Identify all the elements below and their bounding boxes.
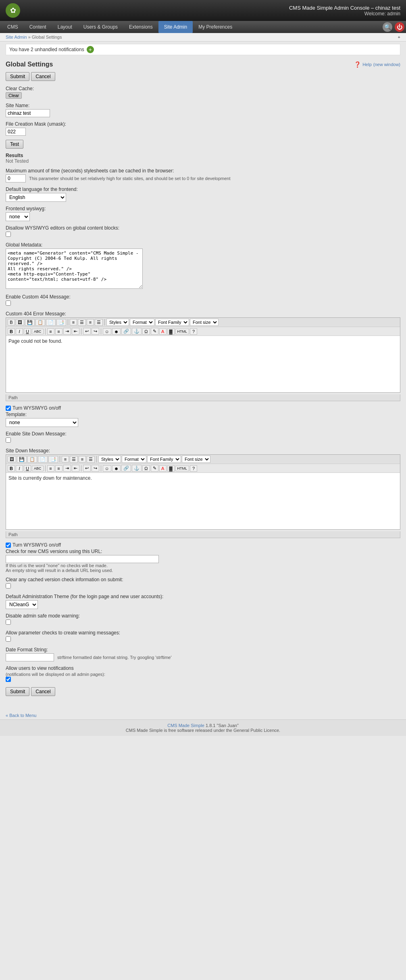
default-lang-select[interactable]: English French German Spanish [6, 193, 66, 202]
tb-undo-sd[interactable]: ↩ [83, 465, 91, 472]
admin-theme-select[interactable]: NCleanGrey Default [6, 600, 38, 609]
tb-redo-404[interactable]: ↪ [92, 328, 99, 335]
nav-content[interactable]: Content [24, 21, 52, 33]
date-format-input[interactable] [6, 653, 54, 661]
tb-save-sd[interactable]: 💾 [17, 456, 27, 463]
max-cache-input[interactable] [6, 174, 26, 182]
site-name-input[interactable] [6, 109, 50, 117]
tb-ar-sd[interactable]: ≡ [79, 456, 86, 462]
breadcrumb-site-admin[interactable]: Site Admin [6, 35, 27, 39]
tb-link-sd[interactable]: 🔗 [121, 465, 131, 472]
clear-version-checkbox[interactable] [6, 583, 11, 588]
wysiwyg-content-sitedown[interactable]: Site is currently down for maintenance. [6, 473, 400, 529]
fontfamily-select-404[interactable]: Font Family [155, 319, 189, 326]
cms-link[interactable]: CMS Made Simple [167, 723, 204, 728]
tb-u-sd[interactable]: U [24, 465, 31, 472]
back-to-menu-link[interactable]: « Back to Menu [6, 713, 406, 718]
tb-bg-sd[interactable]: ▓ [167, 465, 175, 472]
tb-special-sd[interactable]: Ω [142, 465, 150, 472]
help-link[interactable]: ❓ Help (new window) [354, 61, 400, 68]
tb-ac-sd[interactable]: ☰ [70, 456, 78, 463]
tb-abc-404[interactable]: ABC [32, 329, 44, 334]
tb-ul-404[interactable]: ≡ [47, 328, 54, 335]
nav-users-groups[interactable]: Users & Groups [78, 21, 123, 33]
allow-notifications-checkbox[interactable] [6, 677, 11, 682]
tb-bg-404[interactable]: ▓ [167, 328, 175, 335]
tb-emoji2-404[interactable]: ☻ [112, 328, 121, 335]
tb-d-404[interactable]: 📑 [56, 319, 66, 326]
styles-select-404[interactable]: Styles [106, 319, 129, 326]
tb-ul-sd[interactable]: ≡ [47, 465, 54, 472]
submit-button-bottom[interactable]: Submit [6, 687, 29, 696]
tb-bold-404[interactable]: B [8, 319, 15, 325]
nav-site-admin[interactable]: Site Admin [158, 21, 193, 33]
styles-select-sd[interactable]: Styles [98, 456, 121, 463]
tb-emoji1-404[interactable]: ☺ [103, 328, 111, 335]
tb-img-404[interactable]: 🖼 [16, 319, 24, 325]
tb-c-404[interactable]: 📄 [46, 319, 56, 326]
fontfamily-select-sd[interactable]: Font Family [147, 456, 181, 463]
tb-html-404[interactable]: HTML [175, 329, 189, 334]
tb-ol-sd[interactable]: ≡ [55, 465, 62, 472]
tb-abc-sd[interactable]: ABC [32, 466, 44, 471]
nav-layout[interactable]: Layout [52, 21, 78, 33]
tb-outd-404[interactable]: ⇤ [72, 328, 79, 335]
cancel-button-bottom[interactable]: Cancel [31, 687, 55, 696]
fontsize-select-404[interactable]: Font size [190, 319, 219, 326]
nav-extensions[interactable]: Extensions [123, 21, 158, 33]
global-metadata-textarea[interactable]: <meta name="Generator" content="CMS Made… [6, 249, 143, 289]
notification-plus-button[interactable]: + [87, 46, 94, 53]
format-select-sd[interactable]: Format [122, 456, 146, 463]
tb-anchor-sd[interactable]: ⚓ [132, 465, 142, 472]
tb-aj-404[interactable]: ☰ [95, 319, 103, 326]
allow-param-checks-checkbox[interactable] [6, 636, 11, 642]
fontsize-select-sd[interactable]: Font size [182, 456, 210, 463]
tb-ind-sd[interactable]: ⇥ [63, 465, 71, 472]
logout-button[interactable]: ⏻ [395, 22, 404, 32]
clear-cache-button[interactable]: Clear [6, 92, 22, 99]
tb-ind-404[interactable]: ⇥ [63, 328, 71, 335]
format-select-404[interactable]: Format [130, 319, 154, 326]
umask-input[interactable] [6, 128, 26, 136]
test-button[interactable]: Test [6, 140, 23, 149]
enable-404-checkbox[interactable] [6, 300, 11, 306]
tb-aj-sd[interactable]: ☰ [87, 456, 95, 463]
tb-c-sd[interactable]: 📄 [38, 456, 48, 463]
tb-help-404[interactable]: ? [190, 328, 197, 335]
tb-ol-404[interactable]: ≡ [55, 328, 62, 335]
tb-paste-sd[interactable]: 📋 [27, 456, 37, 463]
tb-anchor-404[interactable]: ⚓ [132, 328, 142, 335]
tb-save2-404[interactable]: 📋 [35, 319, 45, 326]
tb-b-sd[interactable]: B [8, 465, 15, 472]
nav-my-preferences[interactable]: My Preferences [193, 21, 238, 33]
tb-b-404[interactable]: B [8, 328, 15, 335]
tb-emoji2-sd[interactable]: ☻ [112, 465, 121, 472]
tb-al-sd[interactable]: ≡ [62, 456, 69, 462]
tb-redo-sd[interactable]: ↪ [92, 465, 99, 472]
tb-undo-404[interactable]: ↩ [83, 328, 91, 335]
tb-html-sd[interactable]: HTML [175, 466, 189, 471]
expand-icon[interactable]: + [398, 35, 400, 39]
tb-ac-404[interactable]: ☰ [78, 319, 86, 326]
tb-u-404[interactable]: U [24, 328, 31, 335]
wysiwyg-toggle-404-checkbox[interactable] [6, 406, 11, 411]
tb-d-sd[interactable]: 📑 [48, 456, 58, 463]
wysiwyg-content-404[interactable]: Page could not be found. [6, 336, 400, 392]
tb-emoji1-sd[interactable]: ☺ [103, 465, 111, 472]
nav-cms[interactable]: CMS [2, 21, 24, 33]
tb-outd-sd[interactable]: ⇤ [72, 465, 79, 472]
tb-i-404[interactable]: I [16, 328, 23, 335]
tb-al-404[interactable]: ≡ [70, 319, 77, 325]
disallow-wysiwyg-checkbox[interactable] [6, 232, 11, 237]
tb-color-404[interactable]: A [159, 328, 167, 335]
tb-img-sd[interactable]: 🖼 [8, 456, 16, 462]
frontend-wysiwyg-select[interactable]: none TinyMCE [6, 212, 30, 221]
tb-help-sd[interactable]: ? [190, 465, 197, 472]
tb-save-404[interactable]: 💾 [25, 319, 35, 326]
disable-safe-mode-checkbox[interactable] [6, 619, 11, 625]
enable-sitedown-checkbox[interactable] [6, 437, 11, 443]
tb-link-404[interactable]: 🔗 [121, 328, 131, 335]
template-select[interactable]: none [6, 418, 78, 427]
tb-edit-sd[interactable]: ✎ [151, 465, 158, 472]
wysiwyg-toggle-sd-checkbox[interactable] [6, 543, 11, 548]
